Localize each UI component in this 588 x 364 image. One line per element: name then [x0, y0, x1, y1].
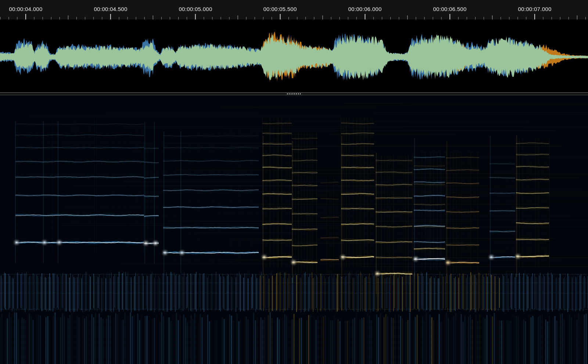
- panel-splitter[interactable]: [0, 93, 588, 95]
- timeline-time-label: 00:00:05.000: [179, 6, 212, 12]
- timeline-time-label: 00:00:06.500: [433, 6, 466, 12]
- spectrogram-panel[interactable]: [0, 95, 588, 364]
- timeline-time-label: 00:00:04.000: [9, 6, 42, 12]
- splitter-grip-icon[interactable]: [287, 93, 301, 94]
- timeline-time-label: 00:00:05.500: [263, 6, 297, 12]
- audio-editor-window: 00:00:04.00000:00:04.50000:00:05.00000:0…: [0, 0, 588, 364]
- timeline-time-label: 00:00:06.000: [348, 6, 381, 12]
- timeline-ruler[interactable]: 00:00:04.00000:00:04.50000:00:05.00000:0…: [0, 0, 588, 19]
- spectrogram-display[interactable]: [0, 95, 588, 364]
- waveform-display[interactable]: [0, 19, 588, 93]
- waveform-panel[interactable]: [0, 19, 588, 93]
- timeline-time-label: 00:00:04.500: [94, 6, 127, 12]
- timeline-time-label: 00:00:07.000: [518, 6, 551, 12]
